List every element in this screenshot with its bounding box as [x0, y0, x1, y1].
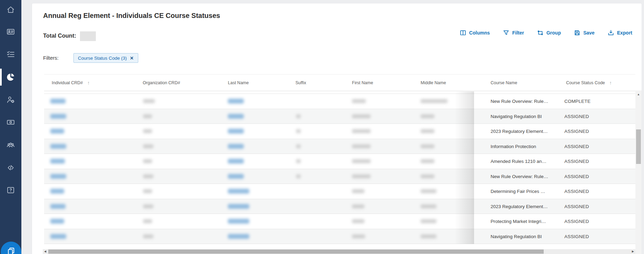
sidebar-item-reports[interactable]	[0, 69, 21, 85]
export-button[interactable]: Export	[608, 30, 632, 36]
suffix-redacted	[296, 114, 301, 118]
filters-label: Filters:	[43, 55, 59, 61]
table-row[interactable]: Determining Fair Prices …ASSIGNED	[44, 184, 635, 199]
first-name-redacted	[352, 144, 371, 148]
sidebar-item-admin[interactable]	[0, 92, 21, 108]
individual-crd-redacted[interactable]	[50, 174, 66, 179]
chip-close-icon[interactable]: ✕	[130, 56, 134, 61]
column-header-course-status-code[interactable]: Course Status Code ↑	[566, 75, 612, 91]
save-button-label: Save	[583, 30, 595, 36]
organization-crd-redacted	[143, 129, 152, 133]
export-button-label: Export	[617, 30, 632, 36]
last-name-redacted[interactable]	[228, 99, 244, 104]
column-header-organization-crd[interactable]: Organization CRD#	[143, 75, 180, 91]
total-count-value-redacted	[80, 31, 96, 41]
code-icon	[6, 163, 15, 172]
horizontal-scrollbar-thumb[interactable]	[48, 250, 544, 254]
organization-crd-redacted	[143, 159, 152, 163]
organization-crd-redacted	[143, 174, 153, 178]
table-row[interactable]: Information ProtectionASSIGNED	[44, 139, 635, 154]
last-name-redacted[interactable]	[228, 219, 249, 224]
sidebar-item-tasks[interactable]	[0, 46, 21, 62]
data-grid: Individual CRD# ↑ Organization CRD# Last…	[44, 74, 635, 254]
organization-crd-redacted	[143, 144, 153, 148]
individual-crd-redacted[interactable]	[50, 99, 66, 104]
people-icon	[6, 140, 15, 149]
scrollbar-corner	[635, 249, 642, 254]
last-name-redacted[interactable]	[228, 114, 244, 119]
last-name-redacted[interactable]	[228, 234, 249, 239]
vertical-scrollbar-thumb[interactable]	[636, 129, 641, 164]
individual-crd-redacted[interactable]	[50, 234, 66, 239]
svg-text:?: ?	[9, 188, 12, 193]
column-header-middle-name[interactable]: Middle Name	[421, 75, 446, 91]
last-name-redacted[interactable]	[228, 174, 244, 179]
first-name-redacted	[352, 174, 371, 178]
column-header-individual-crd[interactable]: Individual CRD# ↑	[52, 75, 90, 91]
fab-windows-button[interactable]	[1, 242, 21, 254]
table-row[interactable]: Protecting Market Integri…ASSIGNED	[44, 214, 635, 229]
middle-name-redacted	[421, 114, 434, 118]
individual-crd-redacted[interactable]	[50, 189, 64, 194]
individual-crd-redacted[interactable]	[50, 204, 66, 209]
individual-crd-redacted[interactable]	[50, 114, 66, 119]
sort-asc-icon: ↑	[610, 80, 612, 86]
scroll-right-icon[interactable]: ▶	[632, 249, 634, 254]
sidebar-item-api[interactable]	[0, 160, 21, 176]
table-row[interactable]: Amended Rules 1210 an…ASSIGNED	[44, 154, 635, 169]
sidebar-item-billing[interactable]	[0, 114, 21, 130]
id-card-icon	[6, 27, 15, 36]
individual-crd-redacted[interactable]	[50, 159, 65, 164]
save-button[interactable]: Save	[574, 30, 595, 36]
grid-toolbar: Columns Filter Group Save Export	[460, 28, 632, 37]
vertical-scrollbar[interactable]: ▲ ▼	[635, 90, 642, 254]
group-button[interactable]: Group	[537, 30, 561, 36]
horizontal-scrollbar[interactable]: ◀ ▶	[43, 249, 635, 254]
table-row[interactable]: 2023 Regulatory Element…ASSIGNED	[44, 124, 635, 139]
table-row[interactable]: Navigating Regulation BIASSIGNED	[44, 109, 635, 124]
middle-name-redacted	[421, 159, 434, 163]
last-name-redacted[interactable]	[228, 189, 249, 194]
columns-icon	[460, 30, 466, 36]
export-icon	[608, 30, 614, 36]
filter-button[interactable]: Filter	[503, 30, 524, 36]
filter-chip-course-status-code[interactable]: Course Status Code (3) ✕	[73, 53, 138, 63]
sidebar-item-help[interactable]: ?	[0, 182, 21, 198]
sidebar-item-users[interactable]	[0, 137, 21, 153]
filter-icon	[503, 30, 509, 36]
organization-crd-redacted	[143, 189, 152, 193]
last-name-redacted[interactable]	[228, 144, 244, 149]
column-header-first-name[interactable]: First Name	[352, 75, 373, 91]
sidebar-item-contacts[interactable]	[0, 24, 21, 40]
checklist-icon	[6, 50, 15, 59]
organization-crd-redacted	[143, 99, 155, 103]
first-name-redacted	[352, 189, 364, 193]
table-row[interactable]: New Rule Overview: Rule…ASSIGNED	[44, 169, 635, 184]
filter-button-label: Filter	[512, 30, 524, 36]
suffix-redacted	[296, 129, 301, 133]
table-row[interactable]: New Rule Overview: Rule…COMPLETE	[44, 94, 635, 109]
last-name-redacted[interactable]	[228, 204, 249, 209]
scroll-left-icon[interactable]: ◀	[44, 249, 46, 254]
first-name-redacted	[352, 204, 364, 208]
sort-asc-icon: ↑	[87, 80, 90, 86]
grid-body: New Rule Overview: Rule…COMPLETE Navigat…	[44, 91, 635, 244]
last-name-redacted[interactable]	[228, 159, 244, 164]
organization-crd-redacted	[143, 114, 152, 118]
columns-button[interactable]: Columns	[460, 30, 490, 36]
sidebar-item-home[interactable]	[0, 2, 21, 18]
total-count-label: Total Count:	[43, 32, 76, 39]
column-header-suffix[interactable]: Suffix	[295, 75, 306, 91]
individual-crd-redacted[interactable]	[50, 219, 64, 224]
column-header-last-name[interactable]: Last Name	[228, 75, 249, 91]
last-name-redacted[interactable]	[228, 129, 244, 134]
first-name-redacted	[352, 99, 366, 103]
suffix-redacted	[296, 144, 301, 148]
table-row[interactable]: 2023 Regulatory Element…ASSIGNED	[44, 199, 635, 214]
scroll-up-icon[interactable]: ▲	[635, 93, 642, 96]
column-header-course-name[interactable]: Course Name	[491, 75, 517, 91]
individual-crd-redacted[interactable]	[50, 144, 66, 149]
individual-crd-redacted[interactable]	[50, 129, 64, 134]
partial-row-sliver	[44, 91, 635, 94]
table-row[interactable]: Navigating Regulation BIASSIGNED	[44, 229, 635, 244]
